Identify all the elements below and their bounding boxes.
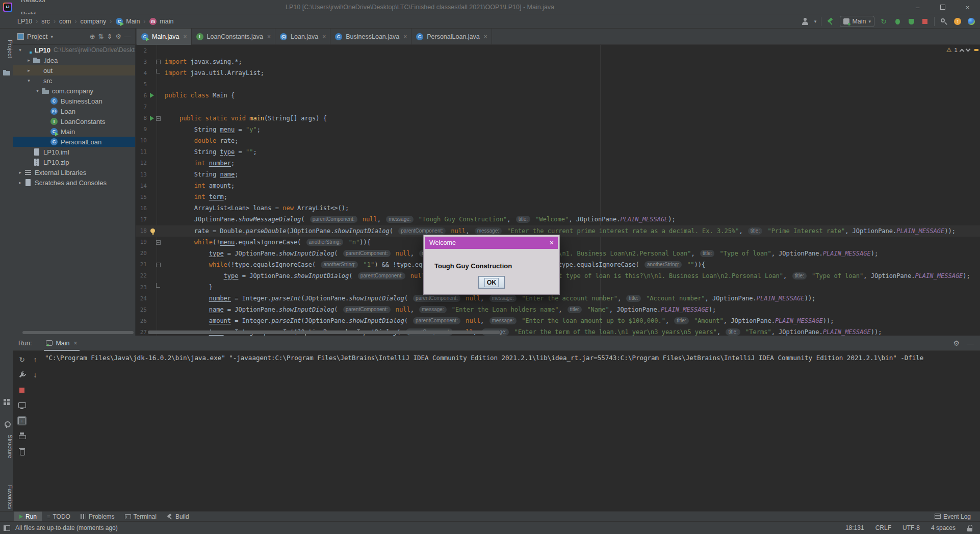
- build-hammer-icon[interactable]: [826, 17, 835, 26]
- maximize-button[interactable]: [930, 0, 955, 14]
- tab-loan-java[interactable]: (C)Loan.java×: [275, 29, 330, 45]
- line-number[interactable]: 9: [136, 126, 149, 133]
- intention-bulb-icon[interactable]: [150, 228, 155, 233]
- file-encoding[interactable]: UTF-8: [902, 524, 920, 531]
- line-number[interactable]: 8: [136, 115, 149, 121]
- project-panel-title[interactable]: Project: [27, 33, 47, 40]
- tree-item-src[interactable]: ▾src: [13, 75, 135, 86]
- line-number[interactable]: 15: [136, 194, 149, 200]
- run-configuration-select[interactable]: Main ▾: [840, 16, 874, 27]
- line-number[interactable]: 27: [136, 329, 149, 336]
- line-number[interactable]: 17: [136, 216, 149, 223]
- tree-item-lp10[interactable]: ▾LP10C:\Users\jrwil\OneDrive\Desktop: [13, 45, 135, 55]
- show-console-icon[interactable]: [17, 401, 27, 410]
- line-separator[interactable]: CRLF: [875, 524, 891, 531]
- close-icon[interactable]: ×: [322, 33, 326, 40]
- update-icon[interactable]: ↑: [953, 17, 962, 26]
- pin-icon[interactable]: [3, 420, 11, 428]
- line-number[interactable]: 21: [136, 261, 149, 268]
- line-number[interactable]: 5: [136, 81, 149, 88]
- line-number[interactable]: 10: [136, 137, 149, 144]
- collapse-all-icon[interactable]: ⇕: [107, 33, 112, 40]
- fold-marker-icon[interactable]: [156, 263, 161, 267]
- editor-horizontal-scrollbar[interactable]: [148, 330, 500, 334]
- close-icon[interactable]: ×: [403, 33, 407, 40]
- toolwindow-button-problems[interactable]: Problems: [75, 512, 120, 522]
- toolwindow-button-build[interactable]: Build: [162, 512, 194, 522]
- line-number[interactable]: 6: [136, 92, 149, 99]
- minimize-button[interactable]: –: [905, 0, 930, 14]
- user-icon[interactable]: [801, 17, 810, 26]
- tree-item-businessloan[interactable]: CBusinessLoan: [13, 96, 135, 106]
- stop-button[interactable]: [920, 17, 930, 26]
- event-log-button[interactable]: Event Log: [935, 513, 971, 520]
- tree-item-loanconstants[interactable]: ILoanConstants: [13, 116, 135, 126]
- toolwindow-button-terminal[interactable]: ❯Terminal: [120, 512, 162, 522]
- line-number[interactable]: 2: [136, 47, 149, 54]
- line-number[interactable]: 4: [136, 70, 149, 77]
- tree-item-com-company[interactable]: ▾com.company: [13, 86, 135, 96]
- close-icon[interactable]: ×: [184, 33, 187, 40]
- down-stack-icon[interactable]: ↓: [31, 370, 40, 379]
- close-icon[interactable]: ×: [74, 340, 78, 347]
- hide-panel-icon[interactable]: —: [124, 33, 131, 40]
- fold-marker-icon[interactable]: [156, 60, 161, 64]
- line-number[interactable]: 14: [136, 183, 149, 189]
- line-number[interactable]: 18: [136, 227, 149, 234]
- chevron-down-icon[interactable]: [966, 47, 971, 52]
- stop-icon[interactable]: [17, 386, 27, 395]
- run-line-icon[interactable]: [150, 93, 154, 98]
- tab-loanconstants-java[interactable]: ILoanConstants.java×: [192, 29, 276, 45]
- line-number[interactable]: 22: [136, 272, 149, 279]
- scroll-to-end-icon[interactable]: ↓: [17, 416, 27, 425]
- locate-file-icon[interactable]: ⊕: [90, 33, 95, 40]
- close-icon[interactable]: ×: [267, 33, 271, 40]
- caret-position[interactable]: 18:131: [845, 524, 864, 531]
- tree-item-main[interactable]: CMain: [13, 126, 135, 137]
- tree-expand-arrow[interactable]: ▸: [16, 170, 24, 175]
- line-number[interactable]: 24: [136, 295, 149, 302]
- tab-personalloan-java[interactable]: CPersonalLoan.java×: [411, 29, 492, 45]
- fold-end-icon[interactable]: [156, 69, 160, 73]
- tree-collapse-arrow[interactable]: ▾: [25, 78, 33, 83]
- tab-businessloan-java[interactable]: CBusinessLoan.java×: [330, 29, 411, 45]
- expand-all-icon[interactable]: ⇅: [98, 33, 104, 40]
- tree-item-personalloan[interactable]: CPersonalLoan: [13, 137, 135, 147]
- tab-main-java[interactable]: CMain.java×: [137, 29, 192, 45]
- fold-marker-icon[interactable]: [156, 116, 161, 121]
- clear-all-icon[interactable]: [17, 447, 27, 456]
- menu-item-refactor[interactable]: Refactor: [16, 0, 51, 7]
- debug-button[interactable]: [893, 17, 902, 26]
- breadcrumb-item-main[interactable]: CMain: [115, 17, 140, 26]
- lock-icon[interactable]: [967, 525, 973, 531]
- breadcrumb-item-src[interactable]: src: [41, 18, 50, 25]
- line-number[interactable]: 19: [136, 239, 149, 245]
- breadcrumb-item-lp10[interactable]: LP10: [17, 18, 32, 25]
- print-icon[interactable]: [17, 431, 27, 441]
- rerun-icon[interactable]: ↻: [17, 355, 27, 364]
- tree-item-out[interactable]: ▸out: [13, 65, 135, 75]
- line-number[interactable]: 23: [136, 284, 149, 291]
- up-stack-icon[interactable]: ↑: [31, 355, 40, 364]
- line-number[interactable]: 16: [136, 205, 149, 212]
- grid-icon[interactable]: [3, 398, 11, 406]
- line-number[interactable]: 13: [136, 171, 149, 178]
- search-icon[interactable]: [939, 17, 948, 26]
- coverage-button[interactable]: [907, 17, 916, 26]
- run-line-icon[interactable]: [150, 116, 154, 121]
- tree-expand-arrow[interactable]: ▸: [25, 58, 33, 63]
- hide-panel-icon[interactable]: —: [967, 339, 974, 347]
- close-icon[interactable]: ×: [484, 33, 487, 40]
- line-number[interactable]: 7: [136, 104, 149, 110]
- tree-item-external-libraries[interactable]: ▸External Libraries: [13, 167, 135, 177]
- toolwindow-button-run[interactable]: Run: [14, 512, 42, 522]
- inspections-widget[interactable]: ⚠ 1: [946, 46, 970, 54]
- tree-item-scratches-and-consoles[interactable]: ▸Scratches and Consoles: [13, 177, 135, 188]
- stripe-tab-project[interactable]: Project: [0, 34, 13, 64]
- console-output[interactable]: "C:\Program Files\Java\jdk-16.0.2\bin\ja…: [45, 353, 980, 511]
- breadcrumb-item-com[interactable]: com: [59, 18, 71, 25]
- tree-collapse-arrow[interactable]: ▾: [34, 88, 41, 93]
- tree-item-lp10-iml[interactable]: LP10.iml: [13, 147, 135, 157]
- close-icon[interactable]: ×: [550, 239, 554, 247]
- folder-icon[interactable]: [3, 68, 11, 77]
